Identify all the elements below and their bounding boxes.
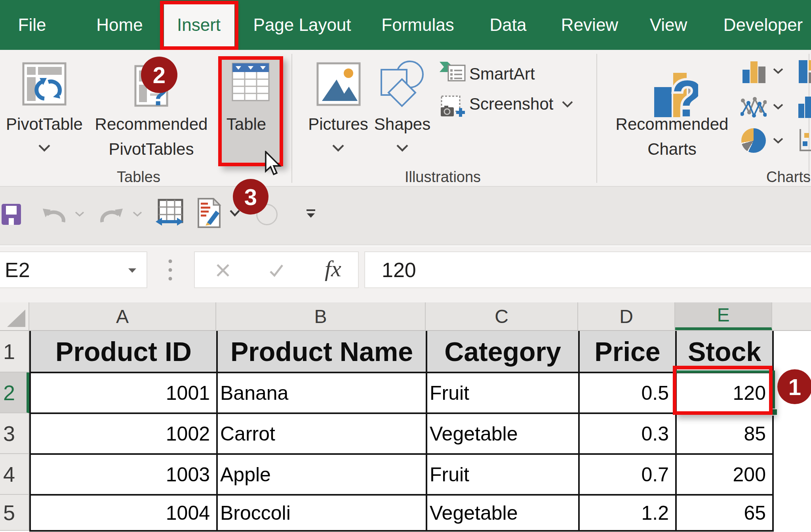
save-icon-label-area <box>6 206 17 215</box>
column-header-d[interactable]: D <box>578 302 675 330</box>
column-chart-icon <box>741 59 766 84</box>
cell-D3[interactable]: 0.3 <box>579 413 676 454</box>
annotation-step-2: 2 <box>141 57 177 93</box>
enter-icon[interactable] <box>268 263 284 278</box>
treemap-chart-icon <box>798 59 811 84</box>
formula-input[interactable]: 120 <box>364 251 811 288</box>
customize-quick-access-toolbar-icon[interactable] <box>305 209 317 221</box>
cell-C3[interactable]: Vegetable <box>426 413 579 454</box>
tab-review[interactable]: Review <box>561 0 618 50</box>
cell-C5[interactable]: Vegetable <box>426 495 579 531</box>
cell-E4[interactable]: 200 <box>676 454 773 495</box>
cell-C2[interactable]: Fruit <box>426 372 579 413</box>
pivottable-icon <box>22 62 67 106</box>
header-cell-product-name[interactable]: Product Name <box>217 331 426 372</box>
group-separator <box>291 54 292 183</box>
redo-icon[interactable] <box>98 206 125 224</box>
formula-value: 120 <box>382 252 416 287</box>
column-headers: ABCDE <box>0 302 811 331</box>
pivottable-label: PivotTable <box>6 115 83 134</box>
cell-A4[interactable]: 1003 <box>30 454 217 495</box>
cell-A3[interactable]: 1002 <box>30 413 217 454</box>
cell-D4[interactable]: 0.7 <box>579 454 676 495</box>
tab-formulas[interactable]: Formulas <box>381 0 454 50</box>
table-row: 1004BroccoliVegetable1.265 <box>30 495 773 531</box>
edit-document-icon[interactable] <box>197 198 222 228</box>
row-header-1[interactable]: 1 <box>0 331 29 372</box>
header-cell-price[interactable]: Price <box>579 331 676 372</box>
select-all-triangle-icon <box>7 310 25 327</box>
recommended-pivottables-label2: PivotTables <box>109 140 194 159</box>
pie-chart-icon <box>741 128 766 153</box>
chevron-down-icon <box>771 67 785 75</box>
chevron-down-icon <box>771 103 785 111</box>
cell-E5[interactable]: 65 <box>676 495 773 531</box>
tab-page-layout[interactable]: Page Layout <box>253 0 351 50</box>
tab-data[interactable]: Data <box>490 0 527 50</box>
header-cell-product-id[interactable]: Product ID <box>30 331 217 372</box>
tab-file[interactable]: File <box>18 0 46 50</box>
annotation-box-e2-cell <box>673 366 773 415</box>
autofit-column-width-icon[interactable] <box>156 199 183 228</box>
insert-function-icon[interactable]: fx <box>325 255 341 282</box>
smartart-label: SmartArt <box>469 65 535 84</box>
name-box-dropdown-icon[interactable] <box>128 267 137 274</box>
header-cell-category[interactable]: Category <box>426 331 579 372</box>
undo-icon[interactable] <box>40 206 67 224</box>
recommended-charts-label2: Charts <box>647 140 697 159</box>
row-header-3[interactable]: 3 <box>0 413 29 454</box>
tab-developer[interactable]: Developer <box>723 0 803 50</box>
chevron-down-icon <box>36 143 53 153</box>
annotation-step-1: 1 <box>777 369 811 404</box>
name-box-value: E2 <box>5 252 30 287</box>
annotation-box-insert-tab <box>160 1 238 50</box>
name-box[interactable]: E2 <box>0 251 147 288</box>
tab-home[interactable]: Home <box>96 0 143 50</box>
column-header-b[interactable]: B <box>216 302 426 330</box>
formula-buttons-box: fx <box>194 251 359 288</box>
spreadsheet: ABCDE 12345 Product IDProduct NameCatego… <box>0 302 811 532</box>
formula-bar-divider[interactable] <box>167 258 173 282</box>
cell-A5[interactable]: 1004 <box>30 495 217 531</box>
scatter-chart-icon <box>798 128 811 153</box>
cell-A2[interactable]: 1001 <box>30 372 217 413</box>
svg-text:?: ? <box>672 70 698 119</box>
select-all-corner[interactable] <box>0 302 29 331</box>
column-header-c[interactable]: C <box>426 302 578 330</box>
chevron-down-icon[interactable] <box>74 211 86 218</box>
excel-window: FileHomeInsertPage LayoutFormulasDataRev… <box>0 0 811 532</box>
group-label-illustrations: Illustrations <box>405 169 481 186</box>
column-header-e[interactable]: E <box>675 302 772 330</box>
column-header-a[interactable]: A <box>29 302 216 330</box>
row-header-2[interactable]: 2 <box>0 372 29 413</box>
cell-D5[interactable]: 1.2 <box>579 495 676 531</box>
row-header-4[interactable]: 4 <box>0 454 29 495</box>
annotation-step-1-number: 1 <box>788 374 801 400</box>
annotation-box-table-button <box>218 56 283 166</box>
table-row: 1003AppleFruit0.7200 <box>30 454 773 495</box>
ribbon: PivotTable ? Recommended PivotTables <box>0 50 811 187</box>
shapes-label: Shapes <box>374 115 430 134</box>
histogram-chart-icon <box>798 94 811 119</box>
chevron-down-icon <box>394 143 411 153</box>
cell-B3[interactable]: Carrot <box>217 413 426 454</box>
cancel-icon[interactable] <box>215 263 230 278</box>
save-icon[interactable] <box>2 204 21 225</box>
cell-D2[interactable]: 0.5 <box>579 372 676 413</box>
recommended-pivottables-label: Recommended <box>95 115 208 134</box>
cell-B2[interactable]: Banana <box>217 372 426 413</box>
cell-B5[interactable]: Broccoli <box>217 495 426 531</box>
tab-view[interactable]: View <box>650 0 687 50</box>
chevron-down-icon <box>560 100 575 109</box>
chevron-down-icon[interactable] <box>131 211 143 218</box>
group-label-charts: Charts <box>766 169 811 186</box>
cell-C4[interactable]: Fruit <box>426 454 579 495</box>
cell-E3[interactable]: 85 <box>676 413 773 454</box>
row-header-5[interactable]: 5 <box>0 495 29 531</box>
group-label-tables: Tables <box>117 169 160 186</box>
cell-B4[interactable]: Apple <box>217 454 426 495</box>
table-header-row: Product IDProduct NameCategoryPriceStock <box>30 331 773 372</box>
chevron-down-icon <box>771 137 785 145</box>
ribbon-tab-bar: FileHomeInsertPage LayoutFormulasDataRev… <box>0 0 811 50</box>
data-table: Product IDProduct NameCategoryPriceStock… <box>29 331 774 532</box>
